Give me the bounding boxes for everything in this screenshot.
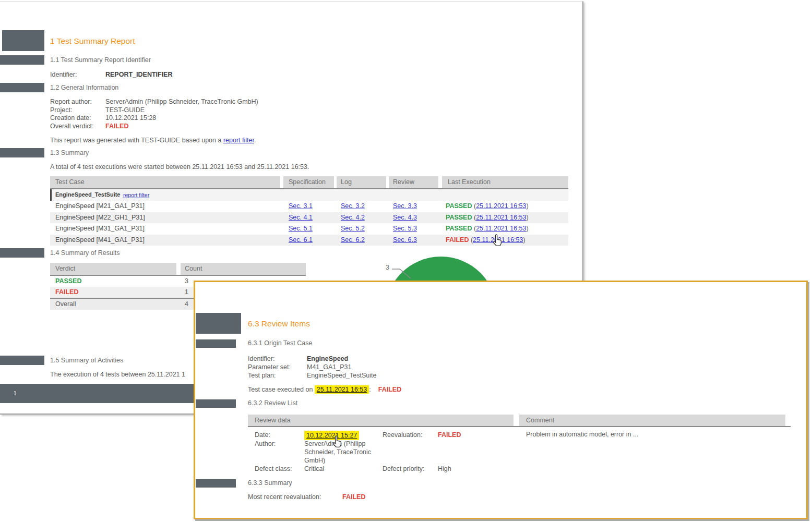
origin-label: Parameter set: — [248, 363, 307, 371]
review-link[interactable]: Sec. 5.3 — [393, 225, 417, 232]
identifier-value: REPORT_IDENTIFIER — [105, 71, 173, 78]
overall-verdict-value: FAILED — [105, 123, 363, 131]
pie-leader-line — [384, 261, 416, 282]
section-marker-6-3-3 — [196, 479, 236, 488]
verdict-badge: PASSED — [446, 225, 472, 232]
general-info-list: Report author:ServerAdmin (Philipp Schne… — [50, 98, 363, 130]
paren: ) — [527, 214, 529, 221]
col-header-count: Count — [181, 263, 306, 275]
hand-cursor-icon — [331, 435, 344, 449]
section-marker-6-3 — [196, 313, 241, 334]
colon: : — [369, 386, 371, 393]
test-case-name: EngineSpeed [M41_GA1_P31] — [55, 236, 145, 244]
info-value: ServerAdmin (Philipp Schneider, TraceTro… — [105, 98, 363, 106]
col-header-review: Review — [389, 176, 438, 188]
verdict-label: Overall — [55, 300, 76, 308]
sentence-period: . — [254, 137, 256, 144]
report-filter-link[interactable]: report filter — [223, 137, 254, 144]
info-value: TEST-GUIDE — [105, 106, 363, 115]
col-header-review-data: Review data — [248, 415, 514, 426]
section-marker-1-2 — [0, 83, 44, 92]
log-link[interactable]: Sec. 5.2 — [341, 225, 365, 232]
info-value: 10.12.2021 15:28 — [105, 114, 363, 123]
section-marker-1-3 — [0, 148, 44, 157]
origin-label: Identifier: — [248, 355, 307, 363]
table-header-row: Test Case Specification Log Review Last … — [50, 176, 568, 188]
verdict-badge: PASSED — [446, 202, 472, 210]
reevaluation-value: FAILED — [438, 431, 516, 440]
review-link[interactable]: Sec. 6.3 — [393, 236, 417, 244]
spec-link[interactable]: Sec. 6.1 — [289, 236, 313, 244]
date-label: Date: — [255, 431, 304, 440]
summary-intro: A total of 4 test executions were starte… — [50, 163, 309, 171]
verdict-label: FAILED — [55, 288, 78, 296]
paren: ) — [523, 236, 526, 244]
paren: ) — [527, 202, 529, 210]
review-link[interactable]: Sec. 3.3 — [393, 202, 417, 210]
spec-link[interactable]: Sec. 5.1 — [289, 225, 313, 232]
spec-link[interactable]: Sec. 3.1 — [289, 202, 313, 210]
suite-name: EngineSpeed_TestSuite — [55, 191, 121, 198]
heading-1-4: 1.4 Summary of Results — [50, 249, 120, 257]
review-items-window: 6.3 Review Items 6.3.1 Origin Test Case … — [194, 281, 808, 519]
origin-label: Test plan: — [248, 371, 307, 380]
verdict-label: PASSED — [55, 277, 81, 285]
col-header-log: Log — [337, 176, 386, 188]
generated-prefix: This report was generated with TEST-GUID… — [50, 137, 223, 144]
section-marker-6-3-1 — [196, 339, 236, 348]
section-marker-1-5 — [0, 356, 44, 365]
section-marker-1-4 — [0, 248, 44, 258]
overlay-title: 6.3 Review Items — [248, 319, 310, 329]
executed-line: Test case executed on 25.11.2021 16:53:F… — [248, 385, 401, 394]
col-header-last-execution: Last Execution — [442, 176, 568, 188]
test-case-name: EngineSpeed [M22_GH1_P31] — [55, 214, 145, 221]
executed-date-link[interactable]: 25.11.2021 16:53 — [315, 385, 369, 394]
origin-test-case-list: Identifier:EngineSpeed Parameter set:M41… — [248, 355, 467, 380]
execution-date-link[interactable]: 25.11.2021 16:53 — [476, 202, 526, 210]
heading-6-3-2: 6.3.2 Review List — [248, 399, 297, 407]
verdict-count: 4 — [185, 300, 188, 308]
log-link[interactable]: Sec. 4.2 — [341, 214, 365, 221]
paren: ) — [527, 225, 529, 232]
log-link[interactable]: Sec. 6.2 — [341, 236, 365, 244]
log-link[interactable]: Sec. 3.2 — [341, 202, 365, 210]
review-row: Date: 10.12.2021 15:27 Reevaluation: FAI… — [248, 427, 785, 490]
identifier-label: Identifier: — [50, 71, 105, 78]
comment-text: Problem in automatic model, error in ... — [526, 431, 777, 438]
col-header-test-case: Test Case — [50, 176, 280, 188]
defect-class-value: Critical — [304, 465, 383, 473]
executed-prefix: Test case executed on — [248, 386, 315, 393]
suite-report-filter-link[interactable]: report filter — [123, 192, 149, 198]
section-marker-1-1 — [0, 55, 44, 65]
origin-identifier-value: EngineSpeed — [307, 355, 467, 363]
defect-class-label: Defect class: — [255, 465, 304, 473]
author-label: Author: — [255, 440, 304, 465]
table-header-row: Verdict Count — [50, 263, 306, 275]
heading-6-3-1: 6.3.1 Origin Test Case — [248, 339, 312, 347]
executed-verdict: FAILED — [378, 386, 401, 393]
generated-sentence: This report was generated with TEST-GUID… — [50, 137, 256, 144]
heading-1-1: 1.1 Test Summary Report Identifier — [50, 56, 151, 64]
review-link[interactable]: Sec. 4.3 — [393, 214, 417, 221]
section-marker-6-3-2 — [196, 399, 236, 408]
review-list-table: Review data Comment Date: 10.12.2021 15:… — [248, 415, 785, 490]
info-label: Project: — [50, 106, 105, 115]
page-number: 1 — [14, 391, 17, 396]
most-recent-label: Most recent reevaluation: — [248, 493, 321, 501]
table-row: EngineSpeed [M22_GH1_P31] Sec. 4.1 Sec. … — [50, 212, 568, 224]
info-label: Overall verdict: — [50, 123, 105, 131]
table-row: EngineSpeed [M21_GA1_P31] Sec. 3.1 Sec. … — [50, 201, 568, 212]
verdict-badge: PASSED — [446, 214, 472, 221]
section-marker-h1 — [2, 30, 44, 51]
most-recent-value: FAILED — [342, 493, 365, 501]
verdict-badge: FAILED — [446, 236, 469, 244]
test-case-name: EngineSpeed [M31_GA1_P31] — [55, 225, 145, 232]
execution-date-link[interactable]: 25.11.2021 16:53 — [476, 225, 526, 232]
execution-date-link[interactable]: 25.11.2021 16:53 — [476, 214, 526, 221]
activities-sentence: The execution of 4 tests between 25.11.2… — [50, 371, 185, 378]
hand-cursor-icon — [491, 234, 505, 248]
heading-1-5: 1.5 Summary of Activities — [50, 357, 123, 364]
screenshot-stage: 1 Test Summary Report 1.1 Test Summary R… — [0, 0, 812, 523]
spec-link[interactable]: Sec. 4.1 — [289, 214, 313, 221]
page-title: 1 Test Summary Report — [50, 37, 135, 46]
